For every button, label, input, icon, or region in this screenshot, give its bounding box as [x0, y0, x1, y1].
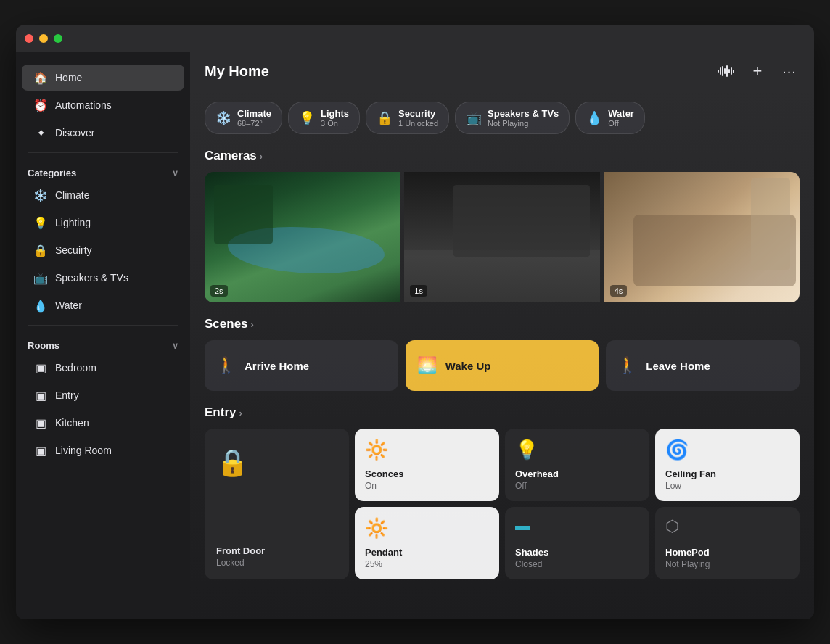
wakeup-icon: 🌅 [417, 356, 437, 375]
camera-living[interactable]: 4s [604, 172, 800, 302]
sidebar-item-entry[interactable]: ▣ Entry [22, 382, 184, 408]
chip-climate-label: Climate [237, 108, 271, 119]
scenes-label: Scenes [205, 317, 248, 331]
chip-climate[interactable]: ❄️ Climate 68–72° [205, 102, 282, 134]
chip-speakers[interactable]: 📺 Speakers & TVs Not Playing [455, 102, 570, 134]
camera-garage[interactable]: 1s [404, 172, 599, 302]
sidebar-item-lighting[interactable]: 💡 Lighting [22, 210, 184, 236]
rooms-section-header[interactable]: Rooms ∨ [16, 331, 190, 354]
shades-icon: ▬ [515, 517, 639, 534]
device-ceiling-fan[interactable]: 🌀 Ceiling Fan Low [655, 429, 800, 501]
content-header: My Home [190, 52, 814, 90]
sidebar-item-speakers[interactable]: 📺 Speakers & TVs [22, 265, 184, 291]
ceiling-fan-icon: 🌀 [665, 439, 789, 461]
chip-lights[interactable]: 💡 Lights 3 On [288, 102, 360, 134]
garage-floor [404, 250, 599, 302]
sidebar-label-climate: Climate [55, 189, 89, 201]
scene-leave-home[interactable]: 🚶 Leave Home [606, 340, 800, 391]
scenes-section-header[interactable]: Scenes › [205, 317, 800, 331]
sidebar-item-home[interactable]: 🏠 Home [22, 65, 184, 91]
svg-rect-1 [720, 67, 721, 75]
sidebar-item-discover[interactable]: ✦ Discover [22, 120, 184, 146]
sidebar-label-automations: Automations [55, 99, 112, 111]
svg-rect-7 [733, 70, 734, 73]
sidebar-item-bedroom[interactable]: ▣ Bedroom [22, 355, 184, 381]
entry-devices-grid: 🔒 Front Door Locked 🔆 Sconces On [205, 429, 800, 579]
chip-water-icon: 💧 [586, 110, 602, 126]
scene-wake-up[interactable]: 🌅 Wake Up [406, 340, 599, 391]
kitchen-icon: ▣ [33, 416, 48, 430]
svg-rect-2 [722, 66, 723, 76]
svg-rect-3 [724, 68, 726, 74]
ceiling-fan-name: Ceiling Fan [665, 468, 789, 479]
chip-water[interactable]: 💧 Water Off [575, 102, 645, 134]
minimize-button[interactable] [39, 34, 48, 43]
device-front-door[interactable]: 🔒 Front Door Locked [205, 429, 349, 579]
device-homepod[interactable]: ⬡ HomePod Not Playing [655, 507, 800, 579]
categories-section-header[interactable]: Categories ∨ [16, 159, 190, 181]
sidebar-label-kitchen: Kitchen [55, 417, 89, 429]
scenes-grid: 🚶 Arrive Home 🌅 Wake Up 🚶 Leave Home [205, 340, 800, 391]
chip-security-label: Security [398, 108, 438, 119]
climate-icon: ❄️ [33, 188, 48, 202]
chip-security[interactable]: 🔒 Security 1 Unlocked [366, 102, 449, 134]
chip-water-value: Off [608, 119, 634, 128]
entry-chevron: › [239, 408, 242, 418]
chip-water-label: Water [608, 108, 634, 119]
cameras-label: Cameras [205, 149, 257, 163]
chip-speakers-value: Not Playing [488, 119, 559, 128]
add-button[interactable]: + [747, 61, 768, 81]
content-area: My Home [190, 52, 814, 619]
scene-arrive-home[interactable]: 🚶 Arrive Home [205, 340, 398, 391]
discover-icon: ✦ [33, 125, 48, 140]
garage-bike [453, 185, 591, 257]
lighting-icon: 💡 [33, 215, 48, 230]
chip-climate-icon: ❄️ [215, 110, 231, 126]
camera-pool[interactable]: 2s [205, 172, 400, 302]
title-bar [16, 25, 814, 52]
device-overhead[interactable]: 💡 Overhead Off [505, 429, 649, 501]
shades-name: Shades [515, 547, 639, 558]
rooms-label: Rooms [28, 340, 59, 351]
sidebar-item-security[interactable]: 🔒 Secuirty [22, 237, 184, 263]
chip-lights-label: Lights [321, 108, 349, 119]
pendant-name: Pendant [365, 547, 489, 558]
cameras-grid: 2s 1s [205, 172, 800, 302]
front-door-status: Locked [216, 558, 265, 568]
close-button[interactable] [25, 34, 33, 43]
waveform-button[interactable] [715, 61, 736, 81]
chip-climate-value: 68–72° [237, 119, 271, 128]
scenes-chevron: › [251, 319, 254, 330]
content-scroll: ❄️ Climate 68–72° 💡 Lights 3 On [190, 90, 814, 619]
sidebar-divider-1 [28, 152, 178, 153]
svg-rect-6 [731, 67, 732, 75]
more-button[interactable]: ··· [779, 61, 800, 81]
device-sconces[interactable]: 🔆 Sconces On [355, 429, 499, 501]
sidebar-item-climate[interactable]: ❄️ Climate [22, 182, 184, 208]
front-door-name: Front Door [216, 545, 265, 556]
pendant-icon: 🔆 [365, 517, 489, 540]
sidebar-item-kitchen[interactable]: ▣ Kitchen [22, 410, 184, 436]
water-icon: 💧 [33, 298, 48, 313]
device-pendant[interactable]: 🔆 Pendant 25% [355, 507, 499, 579]
pendant-status: 25% [365, 559, 489, 569]
homepod-icon: ⬡ [665, 517, 789, 536]
chip-speakers-label: Speakers & TVs [488, 108, 559, 119]
pool-trees [214, 185, 273, 244]
maximize-button[interactable] [54, 34, 62, 43]
sidebar-label-speakers: Speakers & TVs [55, 272, 128, 284]
sidebar-item-automations[interactable]: ⏰ Automations [22, 92, 184, 118]
sconces-status: On [365, 481, 489, 491]
living-room-icon: ▣ [33, 443, 48, 458]
sidebar-item-water[interactable]: 💧 Water [22, 292, 184, 318]
sidebar-label-home: Home [55, 72, 82, 83]
sidebar: 🏠 Home ⏰ Automations ✦ Discover Categori… [16, 52, 190, 619]
entry-section-header[interactable]: Entry › [205, 405, 800, 420]
chip-security-icon: 🔒 [377, 110, 393, 126]
cameras-section-header[interactable]: Cameras › [205, 149, 800, 163]
device-shades[interactable]: ▬ Shades Closed [505, 507, 649, 579]
camera-pool-timestamp: 2s [210, 285, 228, 297]
sidebar-item-living-room[interactable]: ▣ Living Room [22, 437, 184, 463]
leave-icon: 🚶 [617, 356, 637, 375]
categories-chevron: ∨ [172, 168, 178, 178]
